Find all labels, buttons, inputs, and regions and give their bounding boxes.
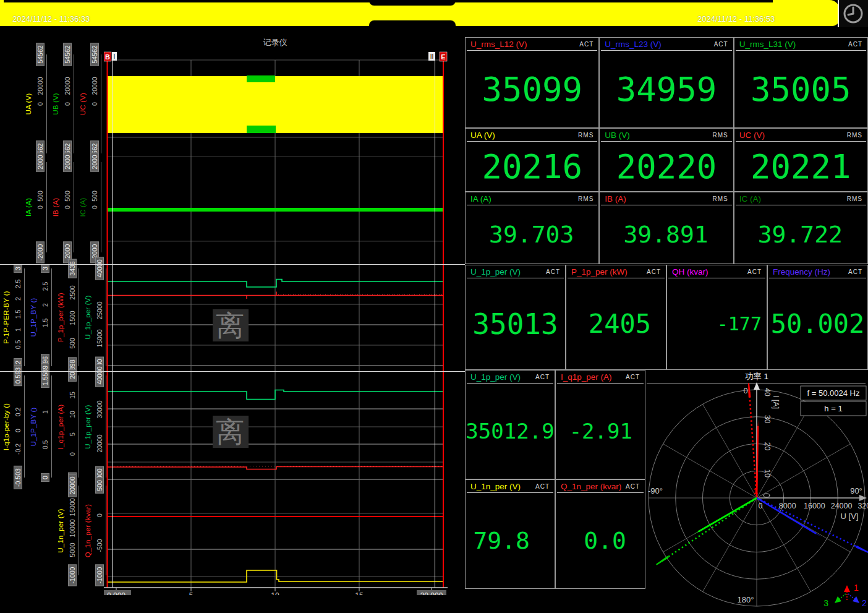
begin-marker[interactable]: B xyxy=(104,52,111,61)
axis-tick[interactable]: 1.5589 xyxy=(41,363,49,388)
axis-tick[interactable]: 15 xyxy=(69,392,76,399)
axis-tick[interactable]: 0 xyxy=(14,429,22,432)
u-axis-tick: 8000 xyxy=(779,502,796,510)
axis-tick[interactable]: 1500 xyxy=(69,311,76,325)
meter-mode: RMS xyxy=(847,131,862,139)
axis-tick[interactable]: 0 xyxy=(64,102,71,106)
axis-tick[interactable]: 0 xyxy=(96,513,103,517)
axis-tick[interactable]: 30000 xyxy=(96,400,103,418)
axis-tick[interactable]: -0.503 xyxy=(14,466,22,489)
axis-tick[interactable]: 0 xyxy=(69,452,76,456)
u-axis-tick: 32000 xyxy=(857,502,868,510)
axis-tick[interactable]: 54562 xyxy=(63,43,72,66)
axis-tick[interactable]: 0 xyxy=(64,205,71,209)
axis-tick[interactable]: 0 xyxy=(41,473,49,482)
axis-tick[interactable]: 20000 xyxy=(96,434,103,452)
meter-value: -177 xyxy=(667,278,767,369)
end-marker[interactable]: E xyxy=(440,52,447,61)
axis-tick[interactable]: 3 xyxy=(41,264,49,273)
legend-1: 1 xyxy=(854,583,859,593)
axis-label: IA (A) xyxy=(25,198,32,216)
axis-label: IB (A) xyxy=(52,198,59,217)
i-axis-label: I [A] xyxy=(772,395,780,409)
axis-tick[interactable]: 2.5 xyxy=(41,282,49,291)
meter-p-1p-per-kw-: P_1p_per (kW)ACT2405 xyxy=(566,265,666,369)
axis-tick[interactable]: 0 xyxy=(91,205,98,209)
axis-tick[interactable]: 1 xyxy=(41,410,49,414)
axis-tick[interactable]: 1.5 xyxy=(41,319,49,328)
axis-tick[interactable]: 10 xyxy=(69,411,76,419)
axis-tick[interactable]: 0 xyxy=(36,102,44,106)
axis-tick[interactable]: 500 xyxy=(36,191,44,202)
meter-value: 34959 xyxy=(600,51,733,127)
axis-tick[interactable]: 20000 xyxy=(91,77,98,95)
axis-label: I-q1p-per-by () xyxy=(2,403,10,450)
axis-label: U_1n_per (V) xyxy=(57,508,64,552)
axis-tick[interactable]: 500 xyxy=(64,191,71,202)
cursor-2-flag[interactable]: II xyxy=(428,52,435,61)
axis-tick[interactable]: 5 xyxy=(69,432,76,436)
ribbon-notch-top xyxy=(369,0,456,6)
axis-tick[interactable]: 500 xyxy=(95,478,104,494)
cursor-1-flag[interactable]: I xyxy=(112,52,117,61)
meter-label: Q_1n_per (kvar) xyxy=(561,482,621,491)
axis-tick[interactable]: 25000 xyxy=(96,301,103,319)
ribbon-notch-bottom xyxy=(369,20,456,26)
axis-tick[interactable]: -500 xyxy=(96,539,103,552)
axis-tick[interactable]: 2.5 xyxy=(14,279,22,288)
axis-tick[interactable]: 40000 xyxy=(95,257,104,280)
axis-line xyxy=(24,375,25,478)
axis-tick[interactable]: 2 xyxy=(41,303,49,307)
axis-tick[interactable]: 0.5 xyxy=(41,440,49,450)
axis-line xyxy=(101,162,101,252)
axis-tick[interactable]: 0 xyxy=(91,102,98,106)
axis-tick[interactable]: 54562 xyxy=(90,43,99,66)
clock-button[interactable] xyxy=(839,0,868,27)
axis-tick[interactable]: 54562 xyxy=(36,43,45,66)
axis-tick[interactable]: 20000 xyxy=(68,474,77,497)
meter-value: 35005 xyxy=(734,51,867,127)
axis-tick[interactable]: 1.5 xyxy=(14,310,22,319)
x-tick: 20.000 xyxy=(420,591,443,595)
meter-label: U_1p_per (V) xyxy=(470,267,521,276)
axis-tick[interactable]: 15000 xyxy=(96,329,103,347)
recorder-plot[interactable]: 离离BIIIE0.0005101520.000t (s) xyxy=(104,51,448,595)
axis-tick[interactable]: 2000 xyxy=(36,152,45,171)
axis-tick[interactable]: 2 xyxy=(14,297,22,301)
axis-tick[interactable]: 1 xyxy=(14,328,22,332)
meter-ub-v-: UB (V)RMS20220 xyxy=(600,129,733,191)
meter-mode: ACT xyxy=(714,40,728,48)
axis-tick[interactable]: -1000 xyxy=(95,565,104,586)
axis-tick[interactable]: 2000 xyxy=(90,152,99,171)
axis-tick[interactable]: 20000 xyxy=(64,77,71,95)
axis-tick[interactable]: 0.5 xyxy=(14,340,22,349)
meter-qh-kvar-: QH (kvar)ACT-177 xyxy=(667,265,767,369)
axis-tick[interactable]: -2000 xyxy=(36,242,45,264)
meter-u-1p-per-v-: U_1p_per (V)ACT35013 xyxy=(466,265,565,369)
axis-tick[interactable]: -1000 xyxy=(68,565,77,586)
axis-line xyxy=(101,54,101,153)
axis-tick[interactable]: 5000 xyxy=(69,542,76,557)
x-tick: 0.000 xyxy=(107,591,126,595)
axis-tick[interactable]: 0.593 xyxy=(14,365,22,386)
meter-mode: ACT xyxy=(535,482,550,490)
meter-value: 20216 xyxy=(466,142,598,191)
axis-tick[interactable]: 0.2 xyxy=(14,408,22,417)
meter-value: 2405 xyxy=(566,278,666,369)
axis-tick[interactable]: 20000 xyxy=(36,77,44,95)
axis-tick[interactable]: 40000 xyxy=(95,364,104,387)
axis-tick[interactable]: 10000 xyxy=(69,519,76,537)
axis-tick[interactable]: -0.2 xyxy=(14,444,22,455)
axis-tick[interactable]: 500 xyxy=(91,191,98,202)
axis-tick[interactable]: 3436 xyxy=(68,259,77,278)
axis-tick[interactable]: 2000 xyxy=(63,152,72,171)
angle-90: 90° xyxy=(850,486,862,495)
meter-value: 20220 xyxy=(600,142,733,191)
axis-tick[interactable]: 2500 xyxy=(69,285,76,299)
axis-tick[interactable]: 0 xyxy=(36,205,44,209)
meter-label: U_rms_L31 (V) xyxy=(739,40,796,49)
meter-u-1p-per-v-: U_1p_per (V)ACT35012.9 xyxy=(466,371,555,479)
axis-tick[interactable]: 3 xyxy=(14,264,22,273)
axis-tick[interactable]: 500 xyxy=(69,338,76,349)
axis-tick[interactable]: 15000 xyxy=(69,498,76,516)
